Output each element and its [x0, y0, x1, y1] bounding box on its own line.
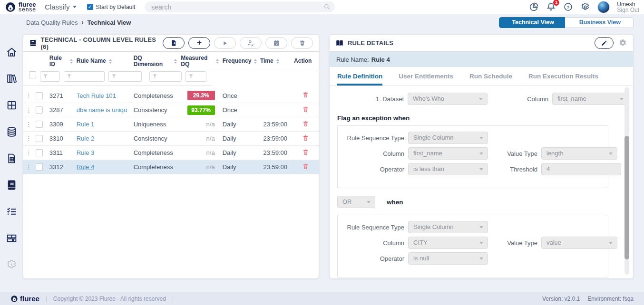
sort-icon[interactable]	[216, 59, 219, 64]
operator-select[interactable]: is null	[408, 252, 488, 265]
technical-view-button[interactable]: Technical View	[499, 17, 566, 28]
user-avatar[interactable]	[597, 1, 610, 13]
report-file-icon[interactable]	[6, 152, 18, 164]
delete-row-icon[interactable]	[302, 134, 309, 142]
drag-handle-icon[interactable]: ⋮	[25, 165, 32, 169]
rule-name-link[interactable]: Rule 2	[77, 135, 130, 142]
drag-handle-icon[interactable]: ⋮	[25, 122, 32, 126]
table-row[interactable]: ⋮ 3271 Tech Rule 101 Completeness 29.3% …	[23, 89, 319, 103]
drag-handle-icon[interactable]: ⋮	[25, 151, 32, 155]
bricks-icon[interactable]	[6, 232, 18, 244]
export-button[interactable]	[163, 37, 185, 49]
table-row[interactable]: ⋮ 3309 Rule 1 Uniqueness n/a Daily 23:59…	[23, 117, 319, 132]
database-icon[interactable]	[6, 126, 18, 138]
rule-sequence-type-label: Rule Sequence Type	[338, 134, 404, 142]
rule-sequence-type-select[interactable]: Single Column	[408, 132, 488, 144]
cell-time: 23:59:00	[258, 160, 292, 174]
table-row[interactable]: ⋮ 3287 dba name is uniqu Consistency 93.…	[23, 103, 319, 117]
rule-name-link[interactable]: Rule 1	[77, 121, 130, 128]
home-icon[interactable]	[6, 46, 18, 58]
assign-user-button[interactable]	[240, 37, 262, 49]
gear-icon[interactable]	[580, 2, 590, 12]
bell-icon[interactable]: 1	[546, 2, 556, 12]
start-by-default-checkbox[interactable]: ✓	[87, 4, 93, 10]
rules-book-icon[interactable]	[6, 179, 18, 191]
delete-row-icon[interactable]	[302, 91, 309, 98]
threshold-input[interactable]: 4	[541, 163, 621, 175]
checklist-icon[interactable]	[6, 206, 18, 218]
play-icon	[222, 40, 228, 47]
row-checkbox[interactable]	[36, 135, 43, 142]
filter-input-rule-id[interactable]	[40, 71, 60, 82]
value-type-select[interactable]: value	[541, 237, 617, 249]
scrollbar-thumb[interactable]	[624, 136, 629, 259]
search-input[interactable]	[145, 1, 335, 12]
delete-row-icon[interactable]	[302, 106, 309, 113]
rule-name-link[interactable]: dba name is uniqu	[77, 106, 130, 114]
sort-icon[interactable]	[276, 59, 279, 64]
run-rule-button[interactable]	[214, 37, 236, 49]
settings-clock-icon[interactable]	[6, 259, 18, 271]
drag-handle-icon[interactable]: ⋮	[25, 108, 32, 112]
column-select[interactable]: CITY	[408, 237, 488, 249]
drag-handle-icon[interactable]: ⋮	[25, 94, 32, 98]
edit-schedule-button[interactable]	[265, 37, 287, 49]
sort-icon[interactable]	[174, 59, 177, 64]
table-row[interactable]: ⋮ 3310 Rule 2 Consistency n/a Daily 23:5…	[23, 132, 319, 146]
drag-handle-icon[interactable]: ⋮	[25, 136, 32, 141]
pie-chart-icon[interactable]	[529, 2, 539, 12]
delete-row-icon[interactable]	[302, 149, 309, 156]
table-row[interactable]: ⋮ 3311 Rule 3 Completeness n/a Daily 23:…	[23, 146, 319, 160]
panel-settings-gear-icon[interactable]	[618, 38, 627, 48]
tab-user-entitlements[interactable]: User Entitlements	[399, 67, 453, 86]
row-checkbox[interactable]	[36, 121, 43, 128]
sort-icon[interactable]	[109, 59, 112, 64]
add-rule-button[interactable]: +	[188, 37, 210, 49]
table-row-selected[interactable]: ⋮ 3312 Rule 4 Completeness n/a Daily 23:…	[23, 160, 319, 174]
rules-toolbar: +	[163, 37, 313, 49]
app-menu-classify[interactable]: Classify	[45, 3, 77, 11]
breadcrumb-parent[interactable]: Data Quality Rules	[26, 19, 78, 26]
rule-name-link[interactable]: Rule 3	[77, 149, 130, 156]
connector-select[interactable]: OR	[337, 196, 375, 208]
value-type-select[interactable]: length	[541, 147, 617, 160]
col-header-measured-dq: Measured DQ	[181, 55, 213, 67]
filter-input-time[interactable]	[185, 71, 206, 82]
row-checkbox[interactable]	[36, 106, 43, 114]
row-checkbox[interactable]	[36, 92, 43, 99]
column-select[interactable]: first_name	[408, 147, 488, 160]
help-icon[interactable]: ?	[563, 2, 573, 12]
select-all-checkbox[interactable]	[29, 71, 36, 78]
operator-select[interactable]: is less than	[408, 163, 488, 175]
filter-input-dq-dimension[interactable]	[108, 71, 142, 82]
delete-row-icon[interactable]	[302, 163, 309, 170]
delete-rules-button[interactable]	[291, 37, 313, 49]
sign-out-link[interactable]: Sign Out	[617, 7, 639, 13]
cell-rule-id: 3287	[48, 103, 75, 117]
footer-version: Version: v2.0.1	[542, 295, 580, 302]
rule-name-link[interactable]: Tech Rule 101	[77, 92, 130, 99]
delete-row-icon[interactable]	[302, 120, 309, 127]
funnel-icon	[43, 74, 48, 79]
library-icon[interactable]	[6, 73, 18, 85]
sort-icon[interactable]	[254, 59, 257, 64]
row-checkbox[interactable]	[36, 149, 43, 156]
row-checkbox[interactable]	[36, 163, 43, 171]
business-view-button[interactable]: Business View	[565, 17, 634, 28]
rule-sequence-type-select[interactable]: Single Column	[408, 221, 488, 233]
rule-name-link[interactable]: Rule 4	[77, 163, 130, 171]
brand-logo[interactable]: fluree sense	[5, 1, 36, 13]
tab-rule-definition[interactable]: Rule Definition	[337, 67, 382, 86]
grid-icon[interactable]	[6, 99, 18, 111]
tab-run-schedule[interactable]: Run Schedule	[469, 67, 512, 86]
dataset-column-select[interactable]: first_name	[552, 93, 628, 105]
sort-icon[interactable]	[70, 59, 73, 64]
filter-input-rule-name[interactable]	[64, 71, 105, 82]
operator-label: Operator	[338, 166, 404, 173]
dataset-select[interactable]: Who's Who	[408, 93, 488, 105]
filter-input-frequency[interactable]	[149, 71, 182, 82]
rules-panel-header: TECHNICAL - COLUMN LEVEL RULES (6) +	[23, 35, 319, 52]
condition-box-1: Rule Sequence Type Single Column Column …	[337, 125, 608, 188]
tab-run-execution-results[interactable]: Run Execution Results	[528, 67, 598, 86]
edit-rule-button[interactable]	[595, 37, 614, 49]
